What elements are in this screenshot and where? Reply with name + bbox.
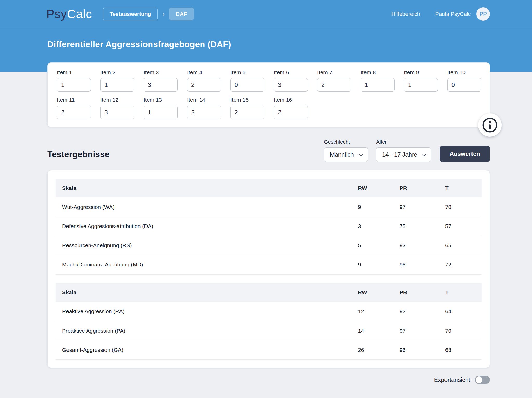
avatar[interactable]: PP: [476, 7, 490, 21]
item-input-7[interactable]: [317, 78, 351, 92]
age-value: 14 - 17 Jahre: [382, 151, 417, 158]
avatar-initials: PP: [480, 11, 487, 17]
export-view-label: Exportansicht: [434, 376, 470, 383]
item-input-13[interactable]: [144, 106, 178, 119]
item-label: Item 6: [274, 69, 308, 76]
table-row: Reaktive Aggression (RA) 12 92 64: [56, 302, 482, 321]
item-label: Item 16: [274, 97, 308, 103]
export-view-toggle[interactable]: [475, 376, 490, 384]
chevron-right-icon: ›: [162, 10, 164, 18]
t-value: 65: [445, 236, 482, 255]
item-label: Item 4: [187, 69, 221, 76]
item-input-12[interactable]: [100, 106, 134, 119]
item-field-16: Item 16: [274, 97, 308, 119]
item-input-10[interactable]: [447, 78, 481, 92]
gender-select[interactable]: Männlich: [324, 147, 368, 162]
item-input-16[interactable]: [274, 106, 308, 119]
item-label: Item 2: [100, 69, 134, 76]
results-card: Skala RW PR T Wut-Aggression (WA) 9 97 7…: [47, 170, 490, 368]
item-label: Item 9: [404, 69, 438, 76]
table-header-row: Skala RW PR T: [56, 179, 482, 197]
item-field-4: Item 4: [187, 69, 221, 92]
table-row: Ressourcen-Aneignung (RS) 5 93 65: [56, 236, 482, 255]
pr-value: 93: [400, 236, 445, 255]
item-field-14: Item 14: [187, 97, 221, 119]
pr-value: 98: [400, 255, 445, 274]
t-value: 68: [445, 340, 482, 360]
table-row: Defensive Aggresions-attribution (DA) 3 …: [56, 217, 482, 236]
item-label: Item 5: [230, 69, 264, 76]
breadcrumb-testauswertung[interactable]: Testauswertung: [103, 8, 158, 20]
info-button[interactable]: [478, 113, 502, 137]
evaluate-button[interactable]: Auswerten: [440, 146, 490, 162]
age-select[interactable]: 14 - 17 Jahre: [376, 147, 431, 162]
item-label: Item 1: [57, 69, 91, 76]
table-header-row: Skala RW PR T: [56, 283, 482, 302]
item-field-1: Item 1: [57, 69, 91, 92]
item-input-2[interactable]: [100, 78, 134, 92]
gender-value: Männlich: [330, 151, 354, 158]
item-label: Item 10: [447, 69, 481, 76]
col-header-rw: RW: [358, 283, 400, 302]
item-input-1[interactable]: [57, 78, 91, 92]
item-field-10: Item 10: [447, 69, 481, 92]
gender-label: Geschlecht: [324, 139, 368, 145]
col-header-t: T: [445, 179, 482, 197]
nav-right: Hilfebereich Paula PsyCalc PP: [391, 7, 490, 21]
item-field-15: Item 15: [230, 97, 264, 119]
age-label: Alter: [376, 139, 431, 145]
logo-part-calc: Calc: [67, 7, 92, 21]
chevron-down-icon: [359, 152, 363, 156]
col-header-pr: PR: [400, 283, 445, 302]
item-input-15[interactable]: [230, 106, 264, 119]
results-controls: Geschlecht Männlich Alter 14 - 17 Jahre …: [324, 139, 490, 162]
chevron-down-icon: [422, 152, 427, 156]
table-row: Macht/Dominanz-Ausübung (MD) 9 98 72: [56, 255, 482, 274]
item-label: Item 15: [230, 97, 264, 103]
pr-value: 92: [400, 302, 445, 321]
item-input-11[interactable]: [57, 106, 91, 119]
app-logo: PsyCalc: [46, 7, 92, 21]
scale-name: Proaktive Aggression (PA): [56, 321, 358, 340]
item-input-3[interactable]: [144, 78, 178, 92]
item-input-8[interactable]: [361, 78, 395, 92]
rw-value: 5: [358, 236, 400, 255]
item-field-3: Item 3: [144, 69, 178, 92]
table-row: Proaktive Aggression (PA) 14 97 70: [56, 321, 482, 340]
item-input-14[interactable]: [187, 106, 221, 119]
breadcrumb-daf[interactable]: DAF: [169, 8, 194, 20]
results-heading: Testergebnisse: [47, 149, 110, 162]
item-inputs-card: Item 1 Item 2 Item 3 Item 4 Item 5: [47, 62, 490, 127]
page-title: Differentieller Aggressionsfragebogen (D…: [47, 39, 490, 49]
col-header-rw: RW: [358, 179, 400, 197]
col-header-pr: PR: [400, 179, 445, 197]
scale-name: Gesamt-Aggression (GA): [56, 340, 358, 360]
item-label: Item 12: [100, 97, 134, 103]
toggle-knob: [476, 376, 482, 383]
item-field-12: Item 12: [100, 97, 134, 119]
scale-name: Wut-Aggression (WA): [56, 197, 358, 217]
items-grid: Item 1 Item 2 Item 3 Item 4 Item 5: [57, 69, 480, 119]
results-table-1: Skala RW PR T Wut-Aggression (WA) 9 97 7…: [56, 179, 482, 275]
footer-bar: Exportansicht: [47, 376, 490, 384]
item-label: Item 8: [361, 69, 395, 76]
item-field-9: Item 9: [404, 69, 438, 92]
item-input-4[interactable]: [187, 78, 221, 92]
scale-name: Macht/Dominanz-Ausübung (MD): [56, 255, 358, 274]
col-header-t: T: [445, 283, 482, 302]
rw-value: 12: [358, 302, 400, 321]
item-input-6[interactable]: [274, 78, 308, 92]
pr-value: 97: [400, 197, 445, 217]
item-field-13: Item 13: [144, 97, 178, 119]
col-header-skala: Skala: [56, 283, 358, 302]
breadcrumb: Testauswertung › DAF: [103, 8, 194, 20]
user-name: Paula PsyCalc: [435, 11, 471, 17]
item-input-5[interactable]: [230, 78, 264, 92]
table-row: Gesamt-Aggression (GA) 26 96 68: [56, 340, 482, 360]
top-navbar: PsyCalc Testauswertung › DAF Hilfebereic…: [0, 0, 532, 28]
item-field-2: Item 2: [100, 69, 134, 92]
item-input-9[interactable]: [404, 78, 438, 92]
scale-name: Reaktive Aggression (RA): [56, 302, 358, 321]
help-link[interactable]: Hilfebereich: [391, 11, 420, 17]
pr-value: 97: [400, 321, 445, 340]
